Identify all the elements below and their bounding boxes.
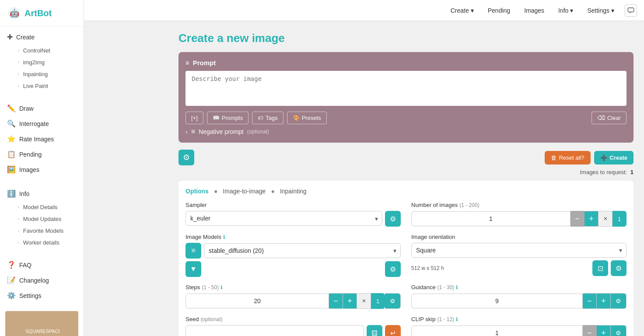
sidebar-changelog-label: Changelog <box>19 277 49 284</box>
actions-row: ⚙ 🗑 Reset all? ➕ Create <box>178 150 634 165</box>
num-images-minus-button[interactable]: − <box>570 211 584 227</box>
sampler-gear-button[interactable]: ⚙ <box>385 211 401 227</box>
page-title: Create a new image <box>178 32 634 45</box>
sidebar-item-create[interactable]: ✚ Create <box>0 29 84 45</box>
seed-dice-button[interactable]: ⚄ <box>367 325 382 336</box>
image-models-info-icon[interactable]: ℹ <box>223 234 225 240</box>
nav-info[interactable]: Info ▾ <box>555 5 577 16</box>
prompt-list-icon: ≡ <box>186 59 189 66</box>
clear-button[interactable]: ⌫ Clear <box>592 112 626 124</box>
sidebar-item-inpainting[interactable]: Inpainting <box>0 68 84 80</box>
book-icon: 📖 <box>213 115 220 121</box>
negative-prompt-label: Negative prompt <box>199 128 244 135</box>
clip-skip-minus-button[interactable]: − <box>583 325 597 336</box>
seed-label: Seed (optional) <box>186 316 401 322</box>
num-images-x-button[interactable]: ✕ <box>598 211 612 227</box>
num-images-badge: 1 <box>612 211 626 227</box>
sidebar-item-images[interactable]: 🖼️ Images <box>0 162 84 177</box>
images-request-row: Images to request: 1 <box>178 169 634 175</box>
guidance-minus-button[interactable]: − <box>583 293 597 309</box>
steps-gear-button[interactable]: ⚙ <box>385 293 401 309</box>
num-images-input[interactable] <box>411 211 570 226</box>
chat-icon-button[interactable] <box>625 4 637 17</box>
sidebar-item-controlnet[interactable]: ControlNet <box>0 45 84 56</box>
sidebar-settings-label: Settings <box>19 292 42 299</box>
nav-images[interactable]: Images <box>521 5 548 16</box>
steps-input[interactable] <box>186 294 329 308</box>
svg-text:🤖: 🤖 <box>10 8 20 18</box>
sampler-input-row: k_euler ▾ ⚙ <box>186 211 401 227</box>
sidebar-item-settings[interactable]: ⚙️ Settings <box>0 288 84 303</box>
image-models-group: Image Models ℹ ≡ stable_diffusion (20) ▾… <box>186 234 401 277</box>
guidance-plus-button[interactable]: + <box>597 293 611 309</box>
tab-img2img[interactable]: Image-to-image <box>223 188 266 195</box>
reset-button[interactable]: 🗑 Reset all? <box>545 151 591 164</box>
prompt-textarea[interactable] <box>186 71 626 106</box>
models-sub-row: ▼ ⚙ <box>186 261 401 277</box>
tab-inpainting[interactable]: Inpainting <box>280 188 307 195</box>
orientation-gear-button[interactable]: ⚙ <box>611 260 626 276</box>
actions-right: 🗑 Reset all? ➕ Create <box>545 151 634 164</box>
app-name: ArtBot <box>24 8 52 18</box>
nav-settings[interactable]: Settings ▾ <box>584 5 618 16</box>
clip-skip-info-icon[interactable]: ℹ <box>456 316 458 322</box>
info-chevron-icon: ▾ <box>570 7 573 14</box>
tab-options[interactable]: Options <box>186 188 209 195</box>
tag-icon: 🏷 <box>258 115 263 121</box>
clip-skip-plus-button[interactable]: + <box>597 325 611 336</box>
sidebar-item-interrogate[interactable]: 🔍 Interrogate <box>0 116 84 131</box>
clip-skip-input[interactable] <box>411 326 583 336</box>
guidance-info-icon[interactable]: ℹ <box>456 284 458 290</box>
sidebar-item-worker-details[interactable]: Worker details <box>0 237 84 248</box>
sidebar-item-livepaint[interactable]: Live Paint <box>0 80 84 92</box>
steps-group: Steps (1 - 50) ℹ − + ✕ 1 ⚙ <box>186 284 401 309</box>
steps-minus-button[interactable]: − <box>329 293 343 309</box>
seed-arrow-button[interactable]: ↵ <box>385 325 401 336</box>
negative-prompt-row[interactable]: › ≡ Negative prompt (optional) <box>186 128 626 136</box>
create-button[interactable]: ➕ Create <box>594 151 634 164</box>
tags-button[interactable]: 🏷 Tags <box>252 112 283 124</box>
nav-pending[interactable]: Pending <box>484 5 514 16</box>
sampler-select[interactable]: k_euler <box>186 211 382 226</box>
sidebar-item-img2img[interactable]: img2img <box>0 56 84 68</box>
num-images-input-row: − + ✕ 1 <box>411 211 626 227</box>
nav-create[interactable]: Create ▾ <box>447 5 477 16</box>
guidance-gear-button[interactable]: ⚙ <box>611 293 626 309</box>
plus-icon: [+] <box>191 115 198 121</box>
sidebar-item-rate-images[interactable]: ⭐ Rate Images <box>0 131 84 147</box>
add-prompt-button[interactable]: [+] <box>186 112 203 124</box>
sidebar-item-info[interactable]: ℹ️ Info <box>0 186 84 201</box>
settings-icon: ⚙️ <box>7 291 16 300</box>
sidebar-item-model-updates[interactable]: Model Updates <box>0 213 84 225</box>
num-images-label: Number of images (1 - 200) <box>411 202 626 208</box>
models-list-button[interactable]: ≡ <box>186 243 201 259</box>
clip-skip-gear-button[interactable]: ⚙ <box>611 325 626 336</box>
prompts-button[interactable]: 📖 Prompts <box>207 112 248 124</box>
steps-x-button[interactable]: ✕ <box>357 293 371 309</box>
sidebar-item-draw[interactable]: ✏️ Draw <box>0 101 84 116</box>
seed-input[interactable] <box>186 325 364 336</box>
image-models-select[interactable]: stable_diffusion (20) <box>204 243 401 258</box>
num-images-plus-button[interactable]: + <box>584 211 598 227</box>
models-gear-button[interactable]: ⚙ <box>385 261 401 277</box>
sidebar-item-changelog[interactable]: 📝 Changelog <box>0 273 84 288</box>
guidance-input[interactable] <box>411 294 583 308</box>
sidebar-item-model-details[interactable]: Model Details <box>0 201 84 213</box>
create-icon: ✚ <box>7 33 13 41</box>
sidebar-item-faq[interactable]: ❓ FAQ <box>0 257 84 273</box>
orientation-select[interactable]: Square <box>411 243 626 258</box>
sidebar-info-label: Info <box>19 190 29 197</box>
steps-info-icon[interactable]: ℹ <box>220 284 223 290</box>
sidebar-item-pending[interactable]: 📋 Pending <box>0 147 84 162</box>
sidebar-item-favorite-models[interactable]: Favorite Models <box>0 225 84 237</box>
orientation-aspect-button[interactable]: ⊡ <box>592 260 608 276</box>
presets-button[interactable]: 🎨 Presets <box>287 112 327 124</box>
guidance-label: Guidance (1 - 30) ℹ <box>411 284 626 290</box>
prompt-box: ≡ Prompt [+] 📖 Prompts 🏷 Tags 🎨 Presets … <box>178 52 634 143</box>
orientation-group: Image orientation Square ▾ 512 w x 512 h… <box>411 234 626 277</box>
models-filter-button[interactable]: ▼ <box>186 261 201 277</box>
negative-list-icon: ≡ <box>191 128 195 136</box>
steps-plus-button[interactable]: + <box>343 293 357 309</box>
create-chevron-icon: ▾ <box>471 7 474 14</box>
settings-gear-button[interactable]: ⚙ <box>178 150 194 165</box>
